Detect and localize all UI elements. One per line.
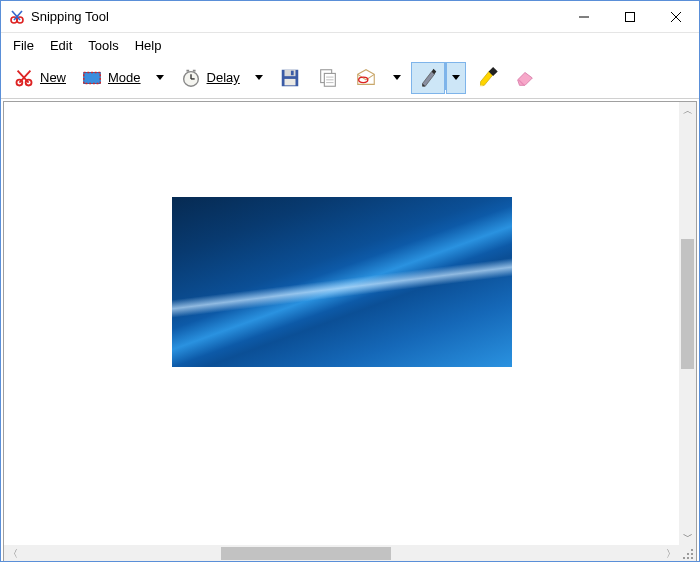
scroll-up-button[interactable]: ︿ [679, 102, 696, 119]
clock-icon [179, 66, 203, 90]
maximize-icon [625, 12, 635, 22]
save-button[interactable] [273, 62, 307, 94]
send-dropdown[interactable] [387, 62, 407, 94]
pen-icon [416, 66, 440, 90]
copy-button[interactable] [311, 62, 345, 94]
horizontal-scroll-track[interactable] [21, 545, 662, 562]
highlighter-button[interactable] [470, 62, 504, 94]
pen-button[interactable] [411, 62, 445, 94]
vertical-scrollbar[interactable]: ︿ ﹀ [679, 102, 696, 545]
minimize-icon [579, 12, 589, 22]
save-icon [278, 66, 302, 90]
mode-button[interactable]: Mode [75, 62, 146, 94]
scroll-down-button[interactable]: ﹀ [679, 528, 696, 545]
menu-edit[interactable]: Edit [42, 36, 80, 55]
vertical-scroll-track[interactable] [679, 119, 696, 528]
captured-snip-image[interactable] [172, 197, 512, 367]
snipping-tool-icon [9, 9, 25, 25]
chevron-down-icon [393, 75, 401, 80]
horizontal-scrollbar[interactable]: 〈 〉 [4, 545, 679, 562]
svg-rect-20 [284, 69, 295, 75]
chevron-down-icon: ﹀ [683, 532, 693, 542]
chevron-left-icon: 〈 [8, 549, 18, 559]
delay-label: Delay [207, 70, 240, 85]
chevron-down-icon [156, 75, 164, 80]
mode-label: Mode [108, 70, 141, 85]
toolbar: New Mode Delay [1, 57, 699, 99]
chevron-down-icon [452, 75, 460, 80]
svg-line-11 [18, 70, 29, 82]
title-bar: Snipping Tool [1, 1, 699, 33]
canvas-viewport[interactable] [4, 102, 679, 545]
svg-rect-5 [626, 12, 635, 21]
svg-rect-17 [186, 69, 189, 71]
vertical-scroll-thumb[interactable] [681, 239, 694, 369]
pen-dropdown[interactable] [446, 62, 466, 94]
menu-tools[interactable]: Tools [80, 36, 126, 55]
svg-rect-21 [291, 70, 294, 75]
menu-help[interactable]: Help [127, 36, 170, 55]
copy-icon [316, 66, 340, 90]
canvas-area: ︿ ﹀ 〈 〉 [3, 101, 697, 562]
new-label: New [40, 70, 66, 85]
chevron-right-icon: 〉 [666, 549, 676, 559]
resize-grip[interactable] [679, 545, 696, 562]
chevron-up-icon: ︿ [683, 106, 693, 116]
send-mail-icon [354, 66, 378, 90]
scroll-right-button[interactable]: 〉 [662, 545, 679, 562]
eraser-icon [513, 66, 537, 90]
send-button[interactable] [349, 62, 383, 94]
mode-dropdown[interactable] [150, 62, 170, 94]
scissors-icon [12, 66, 36, 90]
menu-file[interactable]: File [5, 36, 42, 55]
scroll-left-button[interactable]: 〈 [4, 545, 21, 562]
minimize-button[interactable] [561, 1, 607, 33]
new-snip-button[interactable]: New [7, 62, 71, 94]
horizontal-scroll-thumb[interactable] [221, 547, 391, 560]
menu-bar: File Edit Tools Help [1, 33, 699, 57]
rectangle-mode-icon [80, 66, 104, 90]
svg-rect-18 [192, 69, 195, 71]
delay-button[interactable]: Delay [174, 62, 245, 94]
chevron-down-icon [255, 75, 263, 80]
close-button[interactable] [653, 1, 699, 33]
window-title: Snipping Tool [31, 9, 109, 24]
highlighter-icon [475, 66, 499, 90]
close-icon [671, 12, 681, 22]
svg-rect-22 [284, 78, 295, 84]
maximize-button[interactable] [607, 1, 653, 33]
svg-rect-12 [84, 72, 101, 83]
delay-dropdown[interactable] [249, 62, 269, 94]
eraser-button[interactable] [508, 62, 542, 94]
svg-line-10 [19, 70, 30, 82]
